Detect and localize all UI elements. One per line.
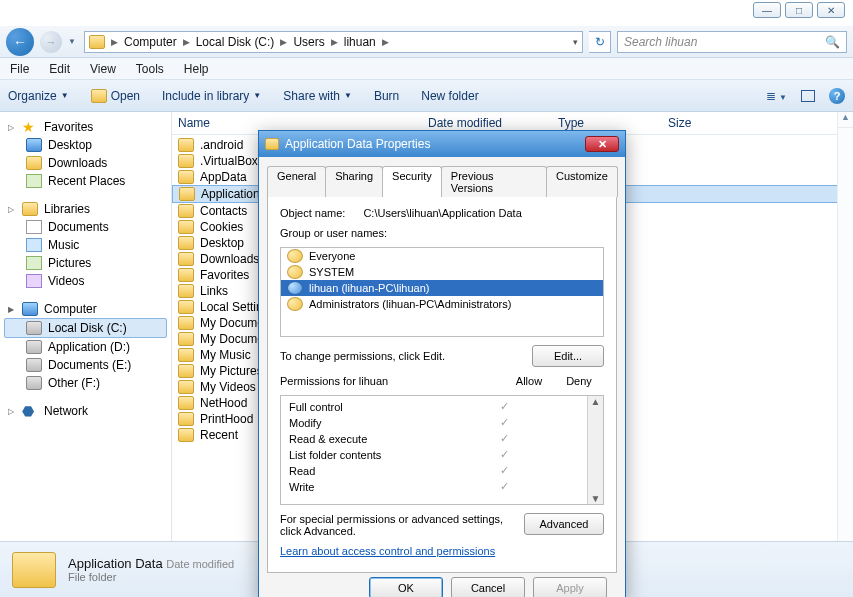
- folder-icon: [265, 138, 279, 150]
- refresh-button[interactable]: ↻: [589, 31, 611, 53]
- sidebar-item-library[interactable]: Videos: [4, 272, 167, 290]
- computer-icon: [22, 302, 38, 316]
- back-button[interactable]: ←: [6, 28, 34, 56]
- computer-header[interactable]: ▶Computer: [4, 300, 167, 318]
- search-input[interactable]: Search lihuan 🔍: [617, 31, 847, 53]
- libraries-icon: [22, 202, 38, 216]
- folder-open-icon: [91, 89, 107, 103]
- sidebar-item-drive[interactable]: Other (F:): [4, 374, 167, 392]
- folder-icon: [178, 364, 194, 378]
- ok-button[interactable]: OK: [369, 577, 443, 597]
- view-options-button[interactable]: ≣ ▼: [766, 89, 787, 103]
- sidebar-item-library[interactable]: Pictures: [4, 254, 167, 272]
- vertical-scrollbar[interactable]: ▲: [837, 112, 853, 541]
- pic-icon: [26, 174, 42, 188]
- minimize-button[interactable]: —: [753, 2, 781, 18]
- drive-icon: [26, 376, 42, 390]
- drive-icon: [26, 358, 42, 372]
- column-date[interactable]: Date modified: [428, 116, 558, 130]
- sidebar-item-favorite[interactable]: Downloads: [4, 154, 167, 172]
- doc-icon: [26, 220, 42, 234]
- group-user-row[interactable]: Administrators (lihuan-PC\Administrators…: [281, 296, 603, 312]
- menu-view[interactable]: View: [90, 62, 116, 76]
- group-user-name: lihuan (lihuan-PC\lihuan): [309, 282, 429, 294]
- group-user-name: SYSTEM: [309, 266, 354, 278]
- include-library-button[interactable]: Include in library▼: [162, 89, 261, 103]
- menu-edit[interactable]: Edit: [49, 62, 70, 76]
- dialog-titlebar[interactable]: Application Data Properties ✕: [259, 131, 625, 157]
- breadcrumb-segment[interactable]: Local Disk (C:): [192, 35, 279, 49]
- tab-customize[interactable]: Customize: [546, 166, 618, 197]
- permissions-scrollbar[interactable]: ▲▼: [587, 396, 603, 504]
- group-user-row[interactable]: SYSTEM: [281, 264, 603, 280]
- column-size[interactable]: Size: [668, 116, 847, 130]
- help-button[interactable]: ?: [829, 88, 845, 104]
- learn-link[interactable]: Learn about access control and permissio…: [280, 545, 604, 557]
- sidebar-item-favorite[interactable]: Desktop: [4, 136, 167, 154]
- sidebar-item-label: Downloads: [48, 156, 107, 170]
- breadcrumb-segment[interactable]: lihuan: [340, 35, 380, 49]
- sidebar-item-drive[interactable]: Documents (E:): [4, 356, 167, 374]
- sidebar-item-label: Application (D:): [48, 340, 130, 354]
- group-user-list[interactable]: EveryoneSYSTEMlihuan (lihuan-PC\lihuan)A…: [280, 247, 604, 337]
- group-user-row[interactable]: lihuan (lihuan-PC\lihuan): [281, 280, 603, 296]
- advanced-button[interactable]: Advanced: [524, 513, 604, 535]
- file-name: Recent: [200, 428, 238, 442]
- scroll-up-icon[interactable]: ▲: [838, 112, 853, 128]
- sidebar-item-library[interactable]: Music: [4, 236, 167, 254]
- file-name: .VirtualBox: [200, 154, 258, 168]
- apply-button[interactable]: Apply: [533, 577, 607, 597]
- network-header[interactable]: ▷⬣Network: [4, 402, 167, 420]
- organize-button[interactable]: Organize▼: [8, 89, 69, 103]
- sidebar-item-label: Documents: [48, 220, 109, 234]
- forward-button[interactable]: →: [40, 31, 62, 53]
- breadcrumb-segment[interactable]: Users: [289, 35, 328, 49]
- share-with-button[interactable]: Share with▼: [283, 89, 352, 103]
- sidebar-item-label: Music: [48, 238, 79, 252]
- status-date-label: Date modified: [166, 558, 234, 570]
- sidebar-item-drive[interactable]: Application (D:): [4, 338, 167, 356]
- history-dropdown[interactable]: ▼: [68, 37, 78, 46]
- menu-help[interactable]: Help: [184, 62, 209, 76]
- chevron-down-icon[interactable]: ▾: [573, 37, 578, 47]
- deny-column-header: Deny: [554, 375, 604, 387]
- user-icon: [287, 281, 303, 295]
- sidebar-item-label: Recent Places: [48, 174, 125, 188]
- group-user-label: Group or user names:: [280, 227, 604, 239]
- column-type[interactable]: Type: [558, 116, 668, 130]
- tab-sharing[interactable]: Sharing: [325, 166, 383, 197]
- sidebar-item-drive[interactable]: Local Disk (C:): [4, 318, 167, 338]
- mus-icon: [26, 238, 42, 252]
- close-button[interactable]: ✕: [817, 2, 845, 18]
- burn-button[interactable]: Burn: [374, 89, 399, 103]
- sidebar-item-library[interactable]: Documents: [4, 218, 167, 236]
- tab-previous-versions[interactable]: Previous Versions: [441, 166, 547, 197]
- tab-security[interactable]: Security: [382, 166, 442, 197]
- preview-pane-toggle[interactable]: [801, 90, 815, 102]
- maximize-button[interactable]: □: [785, 2, 813, 18]
- tab-general[interactable]: General: [267, 166, 326, 197]
- column-name[interactable]: Name: [178, 116, 428, 130]
- breadcrumb-segment[interactable]: Computer: [120, 35, 181, 49]
- menu-file[interactable]: File: [10, 62, 29, 76]
- libraries-header[interactable]: ▷Libraries: [4, 200, 167, 218]
- edit-button[interactable]: Edit...: [532, 345, 604, 367]
- favorites-header[interactable]: ▷★Favorites: [4, 118, 167, 136]
- file-name: Downloads: [200, 252, 259, 266]
- folder-icon: [178, 236, 194, 250]
- group-user-row[interactable]: Everyone: [281, 248, 603, 264]
- chevron-right-icon: ▶: [280, 37, 287, 47]
- address-bar[interactable]: ▶ Computer ▶ Local Disk (C:) ▶ Users ▶ l…: [84, 31, 583, 53]
- folder-icon: [179, 187, 195, 201]
- navigation-bar: ← → ▼ ▶ Computer ▶ Local Disk (C:) ▶ Use…: [0, 26, 853, 58]
- menu-tools[interactable]: Tools: [136, 62, 164, 76]
- chevron-down-icon: ▼: [61, 91, 69, 100]
- new-folder-button[interactable]: New folder: [421, 89, 478, 103]
- navigation-pane: ▷★Favorites DesktopDownloadsRecent Place…: [0, 112, 172, 541]
- open-button[interactable]: Open: [91, 89, 140, 103]
- dialog-close-button[interactable]: ✕: [585, 136, 619, 152]
- sidebar-item-favorite[interactable]: Recent Places: [4, 172, 167, 190]
- cancel-button[interactable]: Cancel: [451, 577, 525, 597]
- permission-row: Read & execute✓: [289, 432, 579, 445]
- network-icon: ⬣: [22, 404, 38, 418]
